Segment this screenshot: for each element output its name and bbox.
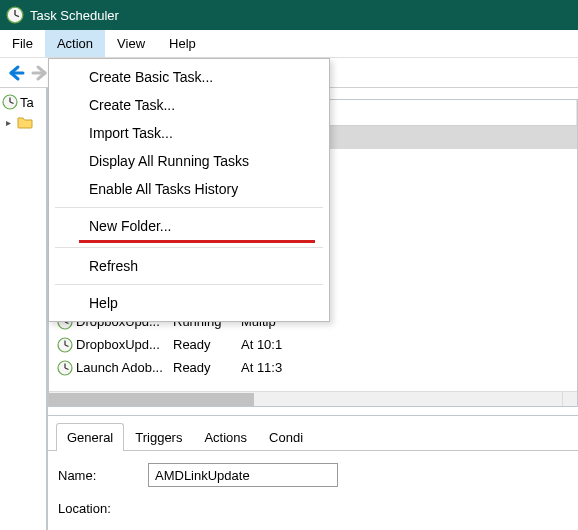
task-name: Launch Adob... [76, 360, 163, 375]
window-title: Task Scheduler [30, 8, 119, 23]
scrollbar-corner [562, 391, 577, 406]
menu-import-task[interactable]: Import Task... [49, 119, 329, 147]
field-name-label: Name: [58, 468, 148, 483]
action-dropdown: Create Basic Task... Create Task... Impo… [48, 58, 330, 322]
tab-content-general: Name: Location: [48, 450, 578, 516]
tab-general[interactable]: General [56, 423, 124, 451]
task-name: DropboxUpd... [76, 337, 160, 352]
menu-create-basic-task[interactable]: Create Basic Task... [49, 63, 329, 91]
nav-back-icon[interactable] [6, 63, 26, 83]
task-row[interactable]: DropboxUpd...ReadyAt 10:1 [49, 333, 577, 356]
scrollbar-thumb[interactable] [49, 393, 254, 406]
task-clock-icon [57, 360, 73, 376]
task-status: Ready [169, 337, 237, 352]
tab-conditions[interactable]: Condi [258, 423, 314, 451]
menu-create-task[interactable]: Create Task... [49, 91, 329, 119]
folder-icon [17, 114, 33, 130]
menu-view[interactable]: View [105, 30, 157, 57]
annotation-underline [79, 240, 315, 243]
task-status: Ready [169, 360, 237, 375]
menu-file[interactable]: File [0, 30, 45, 57]
menu-separator [55, 207, 323, 208]
nav-forward-icon [30, 63, 50, 83]
tab-actions[interactable]: Actions [193, 423, 258, 451]
task-trigger: At 10:1 [237, 337, 577, 352]
menu-help[interactable]: Help [157, 30, 208, 57]
field-location-label: Location: [58, 501, 148, 516]
menu-refresh[interactable]: Refresh [49, 252, 329, 280]
tab-triggers[interactable]: Triggers [124, 423, 193, 451]
menu-enable-history[interactable]: Enable All Tasks History [49, 175, 329, 203]
field-name-input[interactable] [148, 463, 338, 487]
menu-action[interactable]: Action [45, 30, 105, 57]
task-row[interactable]: Launch Adob...ReadyAt 11:3 [49, 356, 577, 379]
tree-child[interactable]: ▸ [2, 112, 44, 132]
details-pane: General Triggers Actions Condi Name: Loc… [48, 415, 578, 530]
menubar: File Action View Help [0, 30, 578, 58]
app-clock-icon [6, 6, 24, 24]
menu-new-folder[interactable]: New Folder... [49, 212, 329, 240]
menu-separator [55, 247, 323, 248]
task-clock-icon [57, 337, 73, 353]
menu-separator [55, 284, 323, 285]
tree-panel: Ta ▸ [0, 88, 48, 530]
tree-root[interactable]: Ta [2, 92, 44, 112]
menu-display-running[interactable]: Display All Running Tasks [49, 147, 329, 175]
scheduler-root-icon [2, 94, 18, 110]
horizontal-scrollbar[interactable] [49, 391, 562, 406]
titlebar: Task Scheduler [0, 0, 578, 30]
menu-help-item[interactable]: Help [49, 289, 329, 317]
tree-root-label: Ta [20, 95, 34, 110]
details-tabs: General Triggers Actions Condi [48, 422, 578, 450]
task-trigger: At 11:3 [237, 360, 577, 375]
tree-expand-icon[interactable]: ▸ [6, 117, 16, 128]
